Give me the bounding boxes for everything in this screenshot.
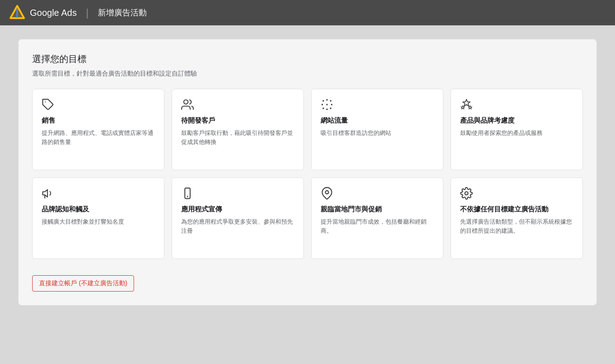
- goal-card-local[interactable]: 親臨當地門市與促銷 提升當地親臨門市成效，包括餐廳和經銷商。: [311, 177, 443, 259]
- svg-point-11: [331, 104, 333, 105]
- goal-card-no-goal[interactable]: 不依據任何目標建立廣告活動 先選擇廣告活動類型，但不顯示系統根據您的目標所提出的…: [451, 177, 583, 259]
- goals-grid-row1: 銷售 提升網路、應用程式、電話或實體店家等通路的銷售量 待開發客戶 鼓勵客戶採取…: [32, 89, 583, 170]
- goal-card-sales[interactable]: 銷售 提升網路、應用程式、電話或實體店家等通路的銷售量: [32, 89, 164, 170]
- svg-point-13: [326, 109, 328, 110]
- goal-desc-traffic: 吸引目標客群造訪您的網站: [321, 129, 434, 138]
- goal-desc-consideration: 鼓勵使用者探索您的產品或服務: [460, 129, 573, 138]
- goal-title-no-goal: 不依據任何目標建立廣告活動: [460, 205, 573, 214]
- gear-icon: [460, 187, 473, 200]
- goal-title-leads: 待開發客戶: [181, 116, 294, 125]
- svg-point-8: [330, 100, 332, 102]
- megaphone-icon: [42, 187, 54, 200]
- goal-desc-app: 為您的應用程式爭取更多安裝、參與和預先注冊: [181, 217, 294, 235]
- card-subtitle: 選取所需目標，針對最適合廣告活動的目標和設定自訂體驗: [32, 70, 583, 78]
- tag-icon: [42, 98, 54, 111]
- goal-card-awareness[interactable]: 品牌認知和觸及 接觸廣大目標對象並打響知名度: [32, 177, 164, 259]
- app-name: Google Ads: [30, 8, 77, 18]
- stars-icon: [460, 98, 473, 111]
- goal-desc-no-goal: 先選擇廣告活動類型，但不顯示系統根據您的目標所提出的建議。: [460, 217, 573, 235]
- location-icon: [321, 187, 333, 200]
- svg-point-20: [465, 192, 468, 195]
- goal-desc-leads: 鼓勵客戶採取行動，藉此吸引待開發客戶並促成其他轉換: [181, 129, 294, 146]
- phone-icon: [181, 187, 194, 200]
- goal-desc-awareness: 接觸廣大目標對象並打響知名度: [42, 217, 155, 226]
- people-icon: [181, 98, 194, 111]
- goal-title-awareness: 品牌認知和觸及: [42, 205, 155, 214]
- goal-title-sales: 銷售: [42, 116, 155, 125]
- svg-point-6: [322, 100, 324, 102]
- goal-card-leads[interactable]: 待開發客戶 鼓勵客戶採取行動，藉此吸引待開發客戶並促成其他轉換: [172, 89, 304, 170]
- svg-point-9: [322, 104, 323, 105]
- header-divider: |: [86, 6, 88, 19]
- goal-card-consideration[interactable]: 產品與品牌考慮度 鼓勵使用者探索您的產品或服務: [451, 89, 583, 170]
- svg-point-12: [322, 107, 324, 109]
- logo-container: Google Ads: [9, 5, 77, 21]
- create-account-link[interactable]: 直接建立帳戶 (不建立廣告活動): [32, 275, 134, 292]
- card-title: 選擇您的目標: [32, 53, 583, 65]
- svg-point-14: [330, 107, 332, 109]
- goal-title-local: 親臨當地門市與促銷: [321, 205, 434, 214]
- goal-title-consideration: 產品與品牌考慮度: [460, 116, 573, 125]
- goal-desc-local: 提升當地親臨門市成效，包括餐廳和經銷商。: [321, 217, 434, 235]
- header: Google Ads | 新增廣告活動: [0, 0, 615, 25]
- goal-title-app: 應用程式宣傳: [181, 205, 294, 214]
- goal-card-app[interactable]: 應用程式宣傳 為您的應用程式爭取更多安裝、參與和預先注冊: [172, 177, 304, 259]
- main-content: 選擇您的目標 選取所需目標，針對最適合廣告活動的目標和設定自訂體驗 銷售 提升網…: [0, 25, 615, 319]
- google-ads-logo-icon: [9, 5, 25, 21]
- goal-selection-card: 選擇您的目標 選取所需目標，針對最適合廣告活動的目標和設定自訂體驗 銷售 提升網…: [18, 39, 597, 306]
- page-title: 新增廣告活動: [98, 7, 147, 18]
- goal-title-traffic: 網站流量: [321, 116, 434, 125]
- bottom-link-container: 直接建立帳戶 (不建立廣告活動): [32, 268, 583, 292]
- svg-point-3: [16, 16, 18, 18]
- svg-point-10: [326, 104, 328, 105]
- svg-point-5: [184, 100, 188, 104]
- goals-grid-row2: 品牌認知和觸及 接觸廣大目標對象並打響知名度 應用程式宣傳 為您的應用程式爭取更…: [32, 177, 583, 259]
- goal-desc-sales: 提升網路、應用程式、電話或實體店家等通路的銷售量: [42, 129, 155, 146]
- svg-point-7: [326, 99, 328, 101]
- sparkle-icon: [321, 98, 333, 111]
- svg-point-19: [326, 191, 329, 194]
- goal-card-traffic[interactable]: 網站流量 吸引目標客群造訪您的網站: [311, 89, 443, 170]
